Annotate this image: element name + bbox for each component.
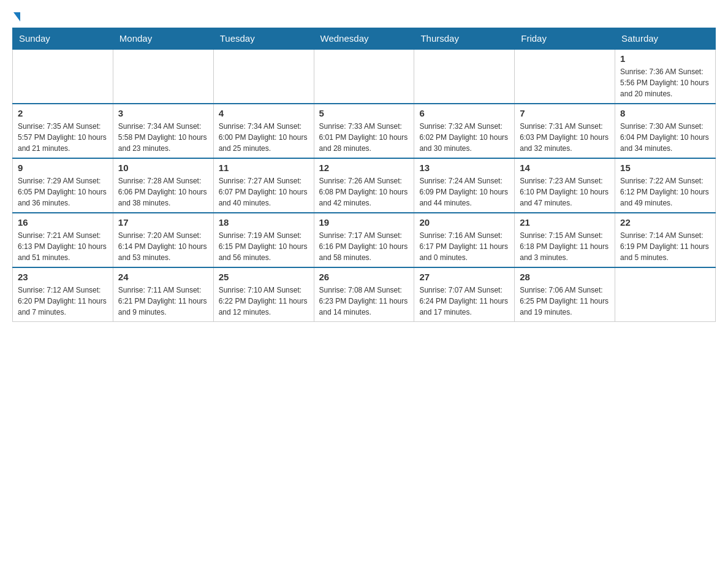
- calendar-cell: 9Sunrise: 7:29 AM Sunset: 6:05 PM Daylig…: [13, 158, 113, 213]
- day-info: Sunrise: 7:24 AM Sunset: 6:09 PM Dayligh…: [419, 175, 509, 209]
- day-info: Sunrise: 7:26 AM Sunset: 6:08 PM Dayligh…: [319, 175, 409, 209]
- day-number: 26: [319, 272, 409, 282]
- day-info: Sunrise: 7:36 AM Sunset: 5:56 PM Dayligh…: [620, 66, 710, 99]
- day-info: Sunrise: 7:28 AM Sunset: 6:06 PM Dayligh…: [118, 175, 208, 209]
- weekday-header-thursday: Thursday: [414, 28, 515, 50]
- day-info: Sunrise: 7:27 AM Sunset: 6:07 PM Dayligh…: [219, 175, 309, 209]
- day-info: Sunrise: 7:33 AM Sunset: 6:01 PM Dayligh…: [319, 121, 409, 154]
- day-number: 20: [419, 217, 509, 228]
- day-number: 22: [620, 217, 710, 228]
- weekday-header-sunday: Sunday: [13, 28, 113, 50]
- calendar-cell: [414, 49, 515, 104]
- day-number: 28: [520, 272, 610, 282]
- day-info: Sunrise: 7:22 AM Sunset: 6:12 PM Dayligh…: [620, 175, 710, 209]
- calendar-cell: [113, 49, 213, 104]
- calendar-week-row: 1Sunrise: 7:36 AM Sunset: 5:56 PM Daylig…: [13, 49, 716, 104]
- day-info: Sunrise: 7:34 AM Sunset: 6:00 PM Dayligh…: [219, 121, 309, 154]
- day-info: Sunrise: 7:20 AM Sunset: 6:14 PM Dayligh…: [118, 230, 208, 263]
- calendar-cell: 13Sunrise: 7:24 AM Sunset: 6:09 PM Dayli…: [414, 158, 515, 213]
- day-info: Sunrise: 7:12 AM Sunset: 6:20 PM Dayligh…: [18, 285, 108, 318]
- weekday-header-saturday: Saturday: [615, 28, 716, 50]
- weekday-header-tuesday: Tuesday: [213, 28, 314, 50]
- day-number: 4: [219, 108, 309, 118]
- calendar-cell: 22Sunrise: 7:14 AM Sunset: 6:19 PM Dayli…: [615, 213, 716, 267]
- day-number: 9: [18, 163, 108, 173]
- day-info: Sunrise: 7:07 AM Sunset: 6:24 PM Dayligh…: [419, 285, 509, 318]
- day-number: 10: [118, 163, 208, 173]
- day-number: 3: [118, 108, 208, 118]
- weekday-header-wednesday: Wednesday: [314, 28, 414, 50]
- logo: [12, 12, 20, 21]
- day-info: Sunrise: 7:06 AM Sunset: 6:25 PM Dayligh…: [520, 285, 610, 318]
- day-number: 21: [520, 217, 610, 228]
- weekday-header-monday: Monday: [113, 28, 213, 50]
- day-number: 27: [419, 272, 509, 282]
- calendar-cell: 15Sunrise: 7:22 AM Sunset: 6:12 PM Dayli…: [615, 158, 716, 213]
- day-info: Sunrise: 7:10 AM Sunset: 6:22 PM Dayligh…: [219, 285, 309, 318]
- day-info: Sunrise: 7:14 AM Sunset: 6:19 PM Dayligh…: [620, 230, 710, 263]
- day-number: 7: [520, 108, 610, 118]
- day-number: 13: [419, 163, 509, 173]
- day-number: 25: [219, 272, 309, 282]
- calendar-cell: 7Sunrise: 7:31 AM Sunset: 6:03 PM Daylig…: [515, 104, 615, 158]
- day-info: Sunrise: 7:08 AM Sunset: 6:23 PM Dayligh…: [319, 285, 409, 318]
- calendar-cell: 23Sunrise: 7:12 AM Sunset: 6:20 PM Dayli…: [13, 267, 113, 322]
- calendar-table: SundayMondayTuesdayWednesdayThursdayFrid…: [12, 28, 716, 322]
- day-info: Sunrise: 7:17 AM Sunset: 6:16 PM Dayligh…: [319, 230, 409, 263]
- day-info: Sunrise: 7:21 AM Sunset: 6:13 PM Dayligh…: [18, 230, 108, 263]
- calendar-cell: 16Sunrise: 7:21 AM Sunset: 6:13 PM Dayli…: [13, 213, 113, 267]
- calendar-week-row: 2Sunrise: 7:35 AM Sunset: 5:57 PM Daylig…: [13, 104, 716, 158]
- calendar-cell: 14Sunrise: 7:23 AM Sunset: 6:10 PM Dayli…: [515, 158, 615, 213]
- day-number: 5: [319, 108, 409, 118]
- day-number: 23: [18, 272, 108, 282]
- day-number: 1: [620, 53, 710, 64]
- calendar-cell: 4Sunrise: 7:34 AM Sunset: 6:00 PM Daylig…: [213, 104, 314, 158]
- calendar-cell: 26Sunrise: 7:08 AM Sunset: 6:23 PM Dayli…: [314, 267, 414, 322]
- calendar-cell: [213, 49, 314, 104]
- day-info: Sunrise: 7:19 AM Sunset: 6:15 PM Dayligh…: [219, 230, 309, 263]
- calendar-cell: 10Sunrise: 7:28 AM Sunset: 6:06 PM Dayli…: [113, 158, 213, 213]
- calendar-cell: 28Sunrise: 7:06 AM Sunset: 6:25 PM Dayli…: [515, 267, 615, 322]
- calendar-cell: 11Sunrise: 7:27 AM Sunset: 6:07 PM Dayli…: [213, 158, 314, 213]
- day-info: Sunrise: 7:29 AM Sunset: 6:05 PM Dayligh…: [18, 175, 108, 209]
- day-number: 14: [520, 163, 610, 173]
- calendar-cell: 21Sunrise: 7:15 AM Sunset: 6:18 PM Dayli…: [515, 213, 615, 267]
- day-info: Sunrise: 7:34 AM Sunset: 5:58 PM Dayligh…: [118, 121, 208, 154]
- day-number: 18: [219, 217, 309, 228]
- calendar-week-row: 9Sunrise: 7:29 AM Sunset: 6:05 PM Daylig…: [13, 158, 716, 213]
- day-number: 8: [620, 108, 710, 118]
- page-header: [12, 12, 716, 21]
- calendar-cell: [314, 49, 414, 104]
- calendar-week-row: 16Sunrise: 7:21 AM Sunset: 6:13 PM Dayli…: [13, 213, 716, 267]
- day-info: Sunrise: 7:11 AM Sunset: 6:21 PM Dayligh…: [118, 285, 208, 318]
- calendar-week-row: 23Sunrise: 7:12 AM Sunset: 6:20 PM Dayli…: [13, 267, 716, 322]
- calendar-cell: [515, 49, 615, 104]
- calendar-cell: 5Sunrise: 7:33 AM Sunset: 6:01 PM Daylig…: [314, 104, 414, 158]
- day-number: 17: [118, 217, 208, 228]
- calendar-cell: 12Sunrise: 7:26 AM Sunset: 6:08 PM Dayli…: [314, 158, 414, 213]
- day-number: 2: [18, 108, 108, 118]
- weekday-header-friday: Friday: [515, 28, 615, 50]
- day-number: 16: [18, 217, 108, 228]
- calendar-cell: 2Sunrise: 7:35 AM Sunset: 5:57 PM Daylig…: [13, 104, 113, 158]
- calendar-cell: 3Sunrise: 7:34 AM Sunset: 5:58 PM Daylig…: [113, 104, 213, 158]
- calendar-cell: 19Sunrise: 7:17 AM Sunset: 6:16 PM Dayli…: [314, 213, 414, 267]
- calendar-cell: 8Sunrise: 7:30 AM Sunset: 6:04 PM Daylig…: [615, 104, 716, 158]
- day-info: Sunrise: 7:32 AM Sunset: 6:02 PM Dayligh…: [419, 121, 509, 154]
- calendar-cell: 24Sunrise: 7:11 AM Sunset: 6:21 PM Dayli…: [113, 267, 213, 322]
- day-number: 11: [219, 163, 309, 173]
- day-info: Sunrise: 7:35 AM Sunset: 5:57 PM Dayligh…: [18, 121, 108, 154]
- day-number: 12: [319, 163, 409, 173]
- calendar-cell: [615, 267, 716, 322]
- calendar-cell: 17Sunrise: 7:20 AM Sunset: 6:14 PM Dayli…: [113, 213, 213, 267]
- day-number: 6: [419, 108, 509, 118]
- calendar-cell: 18Sunrise: 7:19 AM Sunset: 6:15 PM Dayli…: [213, 213, 314, 267]
- calendar-header-row: SundayMondayTuesdayWednesdayThursdayFrid…: [13, 28, 716, 50]
- day-info: Sunrise: 7:15 AM Sunset: 6:18 PM Dayligh…: [520, 230, 610, 263]
- day-number: 19: [319, 217, 409, 228]
- calendar-cell: 20Sunrise: 7:16 AM Sunset: 6:17 PM Dayli…: [414, 213, 515, 267]
- day-number: 24: [118, 272, 208, 282]
- day-number: 15: [620, 163, 710, 173]
- calendar-cell: 27Sunrise: 7:07 AM Sunset: 6:24 PM Dayli…: [414, 267, 515, 322]
- logo-arrow-icon: [13, 12, 20, 21]
